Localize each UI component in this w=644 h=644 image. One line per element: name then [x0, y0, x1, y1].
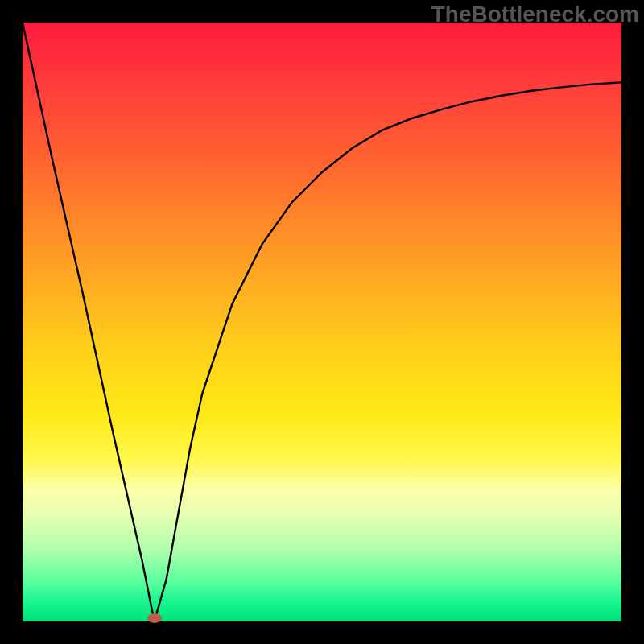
curve-path — [23, 23, 621, 621]
optimal-point-marker — [147, 613, 162, 623]
chart-plot-area — [23, 23, 621, 621]
watermark-text: TheBottleneck.com — [431, 2, 639, 27]
bottleneck-curve — [23, 23, 621, 621]
